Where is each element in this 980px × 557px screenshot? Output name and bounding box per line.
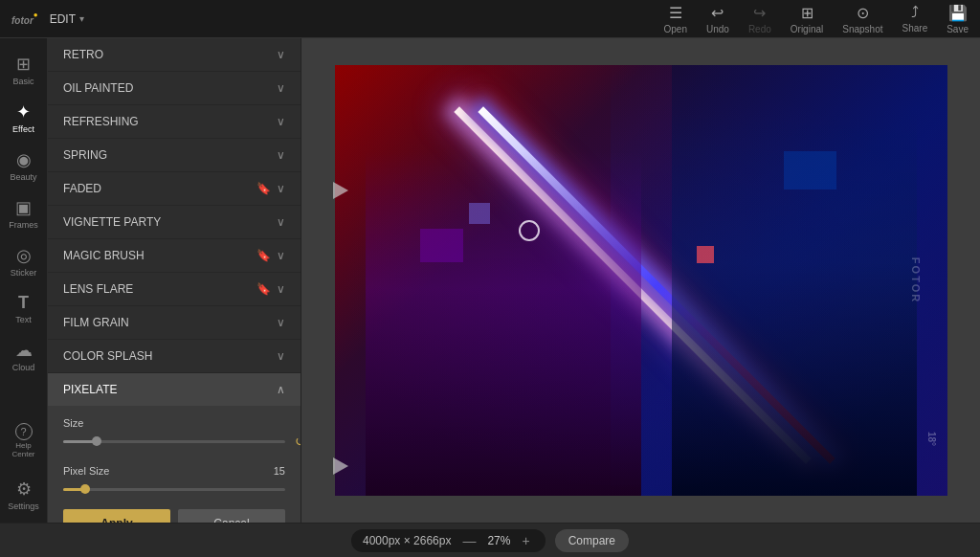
snapshot-label: Snapshot <box>842 24 882 34</box>
size-slider-thumb[interactable] <box>92 436 101 446</box>
text-label: Text <box>15 315 32 324</box>
image-container: FOTOR 18° <box>335 65 947 496</box>
refreshing-chevron-icon: ∨ <box>277 115 285 128</box>
effect-refreshing[interactable]: REFRESHING ∨ <box>48 105 301 139</box>
sticker-icon: ◎ <box>16 245 32 266</box>
save-button[interactable]: 💾 Save <box>947 4 969 34</box>
basic-icon: ⊞ <box>16 54 31 75</box>
effect-retro-label: RETRO <box>63 48 103 61</box>
help-label: HelpCenter <box>11 442 34 459</box>
effect-lens-flare[interactable]: LENS FLARE 🔖 ∨ <box>48 273 301 306</box>
effects-panel: RETRO ∨ OIL PAINTED ∨ REFRESHING ∨ SPRIN… <box>48 38 301 523</box>
effect-refreshing-label: REFRESHING <box>63 115 139 128</box>
effect-magic-brush-label: MAGIC BRUSH <box>63 249 145 262</box>
left-nav: ⊞ Basic ✦ Effect ◉ Beauty ▣ Frames ◎ Sti… <box>0 38 48 523</box>
zoom-out-button[interactable]: — <box>458 533 479 548</box>
cloud-label: Cloud <box>12 363 35 372</box>
nav-effect[interactable]: ✦ Effect <box>0 94 47 142</box>
pixelate-label: PIXELATE <box>63 383 117 396</box>
size-reset-icon[interactable]: ↺ <box>295 434 301 449</box>
retro-chevron-icon: ∨ <box>277 48 285 61</box>
pixelate-buttons: Apply Cancel <box>63 509 285 523</box>
save-icon: 💾 <box>948 4 968 22</box>
sticker-label: Sticker <box>11 268 37 278</box>
apply-button[interactable]: Apply <box>63 509 170 523</box>
image-dimensions: 4000px × 2666px <box>363 534 451 547</box>
nav-sticker[interactable]: ◎ Sticker <box>0 237 47 285</box>
effect-label: Effect <box>12 124 34 134</box>
cancel-button[interactable]: Cancel <box>178 509 285 523</box>
nav-help[interactable]: ? HelpCenter <box>0 415 47 467</box>
zoom-in-button[interactable]: + <box>518 533 533 548</box>
effect-magic-brush[interactable]: MAGIC BRUSH 🔖 ∨ <box>48 239 301 273</box>
effect-retro[interactable]: RETRO ∨ <box>48 38 301 72</box>
text-icon: T <box>18 293 29 313</box>
nav-frames[interactable]: ▣ Frames <box>0 189 47 237</box>
open-button[interactable]: ☰ Open <box>664 4 687 34</box>
settings-label: Settings <box>8 501 39 511</box>
nav-beauty[interactable]: ◉ Beauty <box>0 142 47 189</box>
nav-basic[interactable]: ⊞ Basic <box>0 46 47 94</box>
frames-label: Frames <box>9 220 38 230</box>
edit-menu[interactable]: EDIT <box>50 12 76 26</box>
beauty-label: Beauty <box>10 172 36 182</box>
snapshot-icon: ⊙ <box>857 4 869 22</box>
faded-bookmark-icon: 🔖 <box>256 182 271 195</box>
rotation-indicator: 18° <box>926 432 937 446</box>
snapshot-button[interactable]: ⊙ Snapshot <box>842 4 882 34</box>
size-control: Size ↺ <box>63 417 285 448</box>
logo-text: fotor <box>11 15 33 26</box>
glow-overlay <box>335 65 947 496</box>
effect-pixelate-header[interactable]: PIXELATE ∧ <box>48 373 301 406</box>
original-button[interactable]: ⊞ Original <box>791 4 823 34</box>
effect-film-grain[interactable]: FILM GRAIN ∨ <box>48 306 301 340</box>
redo-button[interactable]: ↪ Redo <box>748 4 771 34</box>
bottom-bar: 4000px × 2666px — 27% + Compare <box>0 523 980 557</box>
pixel-size-label: Pixel Size 15 <box>63 465 285 477</box>
main-image: FOTOR 18° <box>335 65 947 496</box>
basic-label: Basic <box>12 77 33 86</box>
effect-spring[interactable]: SPRING ∨ <box>48 139 301 172</box>
size-label: Size <box>63 417 285 429</box>
main-content: ⊞ Basic ✦ Effect ◉ Beauty ▣ Frames ◎ Sti… <box>0 38 980 523</box>
toolbar: fotor● EDIT ▾ ☰ Open ↩ Undo ↪ Redo ⊞ Ori… <box>0 0 980 38</box>
effect-icon: ✦ <box>16 101 31 123</box>
spring-chevron-icon: ∨ <box>277 148 285 162</box>
pixel-size-slider-container <box>63 482 285 496</box>
effect-faded-label: FADED <box>63 182 101 195</box>
effect-color-splash[interactable]: COLOR SPLASH ∨ <box>48 340 301 373</box>
triangle-marker-bottom <box>333 457 348 475</box>
undo-button[interactable]: ↩ Undo <box>706 4 729 34</box>
color-splash-chevron-icon: ∨ <box>277 349 285 363</box>
nav-cloud[interactable]: ☁ Cloud <box>0 332 47 380</box>
redo-icon: ↪ <box>753 4 766 22</box>
nav-settings[interactable]: ⚙ Settings <box>0 471 47 519</box>
pixelate-chevron-icon: ∧ <box>277 383 285 396</box>
effect-vignette-party[interactable]: VIGNETTE PARTY ∨ <box>48 206 301 239</box>
settings-icon: ⚙ <box>16 479 32 500</box>
share-button[interactable]: ⤴ Share <box>902 4 928 33</box>
canvas-area: FOTOR 18° <box>301 38 980 523</box>
effect-spring-label: SPRING <box>63 148 107 162</box>
size-slider-container: ↺ <box>63 434 285 448</box>
pixel-size-slider-thumb[interactable] <box>80 484 90 494</box>
edit-arrow-icon: ▾ <box>79 13 84 24</box>
nav-text[interactable]: T Text <box>0 285 47 332</box>
beauty-icon: ◉ <box>16 149 32 170</box>
cloud-icon: ☁ <box>15 340 33 361</box>
lens-flare-bookmark-icon: 🔖 <box>256 282 271 296</box>
pixel-size-control: Pixel Size 15 <box>63 465 285 496</box>
open-label: Open <box>664 24 687 34</box>
faded-chevron-icon: ∨ <box>277 182 285 195</box>
film-grain-chevron-icon: ∨ <box>277 316 285 329</box>
pixel-size-slider-track <box>63 488 285 491</box>
effect-film-grain-label: FILM GRAIN <box>63 316 129 329</box>
effect-pixelate-section: PIXELATE ∧ Size ↺ <box>48 373 301 523</box>
effect-faded[interactable]: FADED 🔖 ∨ <box>48 172 301 206</box>
effect-oil-painted[interactable]: OIL PAINTED ∨ <box>48 72 301 105</box>
oil-chevron-icon: ∨ <box>277 81 285 95</box>
zoom-info: 4000px × 2666px — 27% + <box>351 529 546 552</box>
compare-button[interactable]: Compare <box>555 529 629 552</box>
effect-vignette-label: VIGNETTE PARTY <box>63 215 161 229</box>
help-icon: ? <box>15 423 33 440</box>
